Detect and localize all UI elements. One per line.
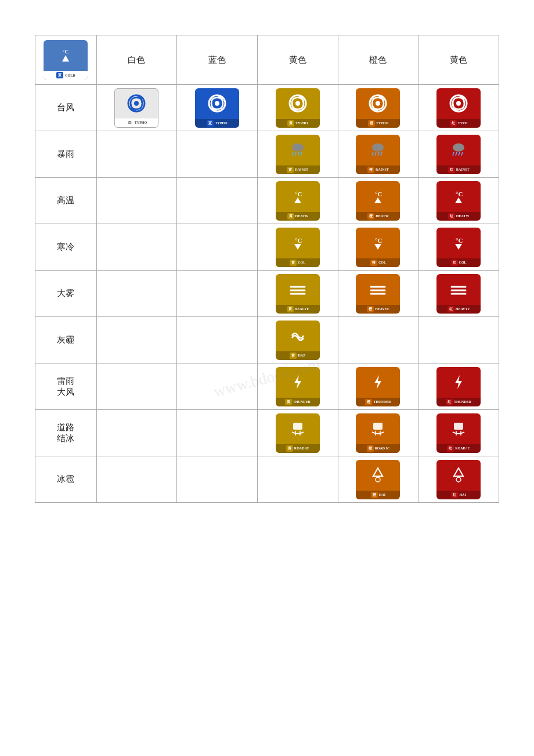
weather-icon: 黄 THUNDER	[276, 367, 320, 406]
svg-point-4	[134, 101, 139, 106]
row-label: 高温	[35, 178, 97, 224]
svg-point-26	[453, 143, 464, 152]
svg-rect-69	[293, 423, 302, 430]
weather-icon: 红 RAINST	[436, 135, 481, 174]
icon-cell: 黄 THUNDER	[257, 363, 338, 410]
cold-header-icon: °C 蓝 COLD	[44, 40, 88, 80]
icon-cell: °C 黄 HEATW	[257, 178, 338, 224]
weather-icon: °C 橙 HEATW	[356, 181, 400, 221]
row-label: 雷雨大风	[35, 363, 97, 410]
icon-cell: 红 HEAVYF	[418, 271, 499, 317]
weather-icon: 红 TYPH	[436, 88, 481, 128]
empty-cell	[96, 456, 177, 503]
icon-cell: 红 RAINST	[418, 131, 499, 178]
row-label: 大雾	[35, 271, 97, 317]
header-yellow: 黄色	[257, 35, 338, 85]
weather-icon: 橙 THUNDER	[356, 367, 400, 406]
weather-icon: 橙 HAI	[356, 460, 400, 499]
empty-cell	[257, 456, 338, 503]
weather-icon: 白 TYPHO	[114, 88, 158, 128]
icon-cell: 红 THUNDER	[418, 363, 499, 410]
icon-cell: °C 红 HEATW	[418, 178, 499, 224]
icon-cell: 黄 RAINST	[257, 131, 338, 178]
weather-icon: 红 HAI	[436, 460, 481, 499]
empty-cell	[177, 131, 258, 178]
icon-cell: 红 TYPH	[418, 85, 499, 131]
weather-icon: 黄 ROAD IC	[276, 413, 320, 453]
empty-cell	[177, 363, 258, 410]
weather-icon: 黄 HEAVYF	[276, 274, 320, 314]
svg-point-8	[295, 101, 300, 106]
icon-cell: 黄 HAZ	[257, 317, 338, 363]
weather-icon: °C 黄 COL	[276, 228, 320, 267]
row-label: 台风	[35, 85, 97, 131]
icon-cell: °C 橙 HEATW	[338, 178, 418, 224]
svg-text:°C: °C	[295, 190, 302, 197]
weather-icon: 橙 HEAVYF	[356, 274, 400, 314]
icon-cell: 橙 ROAD IC	[338, 410, 418, 456]
main-table: °C 蓝 COLD 白色 蓝色 黄色 橙色 黄色 台风	[35, 35, 499, 503]
row-label: 道路结冰	[35, 410, 97, 456]
svg-rect-53	[369, 280, 387, 298]
weather-icon: 红 ROAD IC	[436, 413, 481, 453]
row-label: 灰霾	[35, 317, 97, 363]
svg-text:°C: °C	[456, 237, 463, 244]
icon-cell: 红 ROAD IC	[418, 410, 499, 456]
icon-cell: 黄 ROAD IC	[257, 410, 338, 456]
header-icon-cell: °C 蓝 COLD	[35, 35, 97, 85]
empty-cell	[96, 224, 177, 271]
empty-cell	[96, 410, 177, 456]
icon-cell: 橙 HAI	[338, 456, 418, 503]
svg-point-20	[372, 143, 384, 152]
header-orange: 橙色	[338, 35, 418, 85]
row-label: 冰雹	[35, 456, 97, 503]
icon-cell: 橙 TYPHO	[338, 85, 418, 131]
svg-point-14	[292, 143, 304, 152]
row-label: 寒冷	[35, 224, 97, 271]
weather-icon: 黄 TYPHO	[276, 88, 320, 128]
svg-point-6	[215, 101, 219, 106]
icon-cell: 蓝 TYPHO	[177, 85, 258, 131]
icon-cell: 黄 HEAVYF	[257, 271, 338, 317]
empty-cell	[177, 456, 258, 503]
svg-rect-77	[454, 423, 463, 430]
empty-cell	[177, 317, 258, 363]
svg-rect-57	[449, 280, 468, 298]
svg-rect-49	[288, 280, 307, 298]
svg-point-10	[376, 101, 380, 106]
empty-cell	[418, 317, 499, 363]
empty-cell	[96, 131, 177, 178]
svg-text:°C: °C	[375, 237, 382, 244]
weather-icon: °C 黄 HEATW	[276, 181, 320, 221]
weather-icon: 蓝 TYPHO	[195, 88, 239, 128]
weather-icon: °C 橙 COL	[356, 228, 400, 267]
icon-cell: 黄 TYPHO	[257, 85, 338, 131]
empty-cell	[177, 224, 258, 271]
empty-cell	[177, 271, 258, 317]
icon-cell: °C 橙 COL	[338, 224, 418, 271]
icon-cell: 红 HAI	[418, 456, 499, 503]
svg-text:°C: °C	[295, 237, 302, 244]
svg-text:°C: °C	[456, 190, 463, 197]
empty-cell	[96, 363, 177, 410]
cold-icon-svg: °C	[55, 45, 76, 66]
weather-icon: 红 THUNDER	[436, 367, 481, 406]
icon-cell: 橙 RAINST	[338, 131, 418, 178]
icon-cell: 橙 HEAVYF	[338, 271, 418, 317]
empty-cell	[177, 178, 258, 224]
icon-cell: °C 红 COL	[418, 224, 499, 271]
empty-cell	[338, 317, 418, 363]
svg-point-12	[456, 101, 461, 106]
empty-cell	[96, 178, 177, 224]
row-label: 暴雨	[35, 131, 97, 178]
icon-cell: 橙 THUNDER	[338, 363, 418, 410]
weather-icon: °C 红 COL	[436, 228, 481, 267]
empty-cell	[96, 317, 177, 363]
weather-icon: 橙 TYPHO	[356, 88, 400, 128]
empty-cell	[177, 410, 258, 456]
header-white: 白色	[96, 35, 177, 85]
weather-icon: °C 红 HEATW	[436, 181, 481, 221]
header-red: 黄色	[418, 35, 499, 85]
header-blue: 蓝色	[177, 35, 258, 85]
empty-cell	[96, 271, 177, 317]
